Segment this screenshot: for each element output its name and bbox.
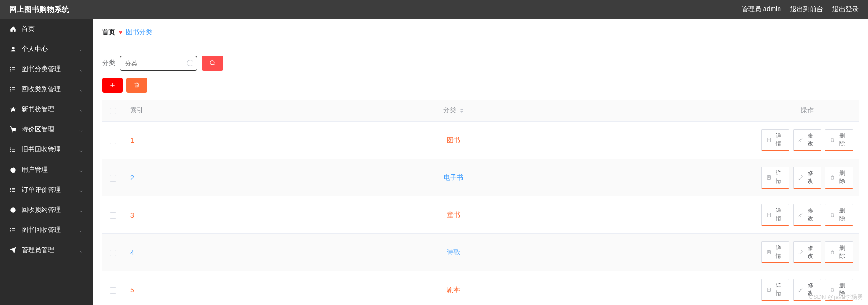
row-checkbox[interactable] [110, 287, 116, 294]
svg-point-14 [15, 131, 15, 132]
svg-point-6 [10, 70, 11, 71]
edit-label: 修改 [805, 282, 816, 298]
svg-point-4 [10, 67, 11, 67]
sidebar-item-label: 新书榜管理 [22, 105, 54, 114]
category-filter-input[interactable] [120, 56, 197, 71]
row-checkbox-cell [102, 196, 123, 234]
logout-front-link[interactable]: 退出到前台 [790, 5, 823, 14]
chevron-down-icon [79, 248, 83, 253]
header-category[interactable]: 分类 [151, 100, 756, 122]
sidebar-item-2[interactable]: 图书分类管理 [0, 59, 93, 79]
delete-button[interactable]: 删除 [825, 279, 853, 301]
detail-button[interactable]: 详情 [761, 241, 789, 263]
breadcrumb: 首页 ♥ 图书分类 [102, 28, 859, 46]
edit-button[interactable]: 修改 [793, 279, 821, 301]
edit-label: 修改 [805, 132, 816, 148]
search-button[interactable] [202, 56, 223, 71]
sidebar-item-label: 首页 [22, 25, 35, 33]
filter-input-wrap [120, 56, 197, 71]
row-category: 电子书 [151, 159, 756, 196]
document-icon [766, 138, 772, 143]
batch-delete-button[interactable] [126, 78, 147, 93]
table-header-row: 索引 分类 操作 [102, 100, 859, 122]
filter-row: 分类 [102, 56, 859, 71]
row-checkbox-cell [102, 122, 123, 159]
delete-button[interactable]: 删除 [825, 129, 853, 151]
sidebar-item-8[interactable]: 订单评价管理 [0, 180, 93, 200]
sidebar-item-9[interactable]: 回收预约管理 [0, 200, 93, 220]
edit-button[interactable]: 修改 [793, 241, 821, 263]
header-index[interactable]: 索引 [123, 100, 151, 122]
row-checkbox[interactable] [110, 138, 116, 144]
header-category-label: 分类 [443, 106, 456, 114]
edit-button[interactable]: 修改 [793, 204, 821, 226]
edit-label: 修改 [805, 207, 816, 223]
sort-icon[interactable] [460, 109, 464, 113]
edit-icon [798, 287, 803, 292]
select-all-checkbox[interactable] [110, 108, 116, 114]
edit-button[interactable]: 修改 [793, 129, 821, 151]
sidebar-item-5[interactable]: 特价区管理 [0, 119, 93, 139]
svg-point-26 [10, 191, 11, 191]
row-index: 1 [123, 122, 151, 159]
logout-link[interactable]: 退出登录 [832, 5, 859, 14]
svg-point-19 [10, 149, 11, 150]
sidebar-item-0[interactable]: 首页 [0, 19, 93, 39]
header-checkbox-cell [102, 100, 123, 122]
document-icon [766, 250, 772, 255]
sidebar-item-10[interactable]: 图书回收管理 [0, 220, 93, 240]
sidebar-item-1[interactable]: 个人中心 [0, 39, 93, 59]
delete-button[interactable]: 删除 [825, 167, 853, 189]
sidebar-item-11[interactable]: 管理员管理 [0, 240, 93, 260]
document-icon [766, 212, 772, 218]
delete-button[interactable]: 删除 [825, 241, 853, 263]
sidebar-item-3[interactable]: 回收类别管理 [0, 79, 93, 99]
pin-icon [9, 106, 17, 113]
trash-icon [830, 175, 835, 180]
svg-point-31 [10, 228, 11, 228]
detail-label: 详情 [773, 207, 784, 223]
sidebar-item-label: 特价区管理 [22, 125, 54, 134]
svg-point-12 [10, 90, 11, 91]
app-title: 网上图书购物系统 [9, 5, 69, 15]
clock-icon [9, 206, 17, 214]
row-actions-cell: 详情 修改 删除 [756, 271, 859, 305]
list-icon [9, 65, 17, 73]
add-button[interactable] [102, 78, 123, 93]
breadcrumb-current[interactable]: 图书分类 [126, 28, 152, 36]
sidebar-item-label: 旧书回收管理 [22, 145, 61, 154]
basket-icon [9, 126, 17, 133]
svg-point-24 [10, 188, 11, 188]
detail-button[interactable]: 详情 [761, 279, 789, 301]
table-row: 4 诗歌 详情 修改 删除 [102, 234, 859, 271]
clear-icon[interactable] [187, 60, 193, 66]
svg-point-0 [12, 47, 15, 49]
row-checkbox[interactable] [110, 175, 116, 182]
sidebar-item-6[interactable]: 旧书回收管理 [0, 139, 93, 160]
delete-button[interactable]: 删除 [825, 204, 853, 226]
edit-button[interactable]: 修改 [793, 167, 821, 189]
svg-point-5 [10, 69, 11, 69]
row-category: 童书 [151, 196, 756, 234]
caret-up-icon [460, 109, 464, 110]
top-header: 网上图书购物系统 管理员 admin 退出到前台 退出登录 [0, 0, 868, 19]
detail-button[interactable]: 详情 [761, 167, 789, 189]
row-actions-cell: 详情 修改 删除 [756, 234, 859, 271]
breadcrumb-home[interactable]: 首页 [102, 28, 115, 36]
row-checkbox[interactable] [110, 212, 116, 219]
edit-label: 修改 [805, 169, 816, 185]
detail-button[interactable]: 详情 [761, 129, 789, 151]
edit-label: 修改 [805, 244, 816, 260]
edit-icon [798, 212, 803, 218]
sidebar-item-4[interactable]: 新书榜管理 [0, 99, 93, 119]
detail-button[interactable]: 详情 [761, 204, 789, 226]
main-content: 首页 ♥ 图书分类 分类 索引 [93, 19, 868, 305]
svg-point-11 [10, 89, 11, 89]
edit-icon [798, 138, 803, 143]
admin-label[interactable]: 管理员 admin [742, 5, 781, 14]
sidebar: 首页 个人中心 图书分类管理 回收类别管理 新书榜管理 特价区管理 [0, 19, 93, 305]
chevron-down-icon [79, 107, 83, 112]
table-row: 2 电子书 详情 修改 删除 [102, 159, 859, 196]
sidebar-item-7[interactable]: 用户管理 [0, 160, 93, 180]
row-checkbox[interactable] [110, 250, 116, 256]
